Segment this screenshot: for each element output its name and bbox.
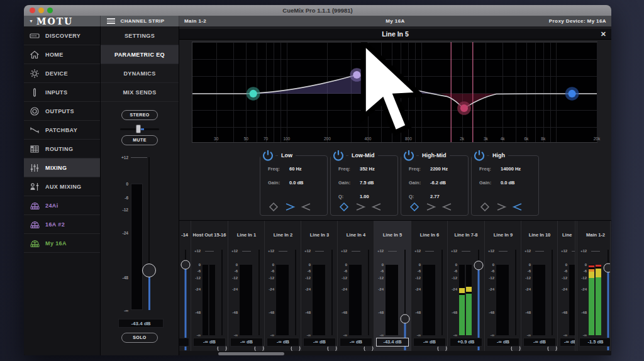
fader-value[interactable]: -∞ dB bbox=[487, 338, 519, 347]
channel-strip-line-in-1[interactable]: Line In 1 +12 0-6-12-24-48-∞ -∞ dB bbox=[228, 221, 265, 351]
high-shelf-icon[interactable] bbox=[496, 203, 507, 211]
tab-settings[interactable]: SETTINGS bbox=[101, 26, 179, 45]
stereo-button[interactable]: STEREO bbox=[121, 110, 158, 120]
band-freq-value[interactable]: 352 Hz bbox=[360, 166, 375, 172]
fader-value[interactable]: -∞ dB bbox=[523, 338, 556, 347]
power-icon[interactable] bbox=[472, 149, 487, 162]
fader-value[interactable]: -∞ dB bbox=[193, 338, 226, 347]
fader-value[interactable]: -43.4 dB bbox=[118, 319, 164, 328]
fader-knob[interactable] bbox=[474, 261, 483, 270]
mute-button[interactable]: MUTE bbox=[121, 135, 158, 145]
fader-value[interactable]: -∞ dB bbox=[413, 338, 446, 347]
bell-shape-icon[interactable] bbox=[409, 203, 420, 211]
pan-slider[interactable] bbox=[120, 125, 159, 133]
fader-value[interactable]: -∞ dB bbox=[230, 338, 263, 347]
channel-fader[interactable] bbox=[254, 250, 264, 335]
sidebar-item-patchbay[interactable]: PATCHBAY bbox=[24, 121, 100, 140]
band-q-value[interactable]: 2.77 bbox=[430, 194, 440, 199]
sidebar-device-16a-2[interactable]: 16A #2 bbox=[24, 215, 100, 234]
fader-knob[interactable] bbox=[400, 314, 409, 323]
fader-value[interactable]: -∞ dB bbox=[303, 338, 336, 347]
sidebar-item-inputs[interactable]: INPUTS bbox=[24, 83, 100, 102]
channel-fader[interactable] bbox=[364, 250, 373, 335]
channel-fader[interactable] bbox=[180, 250, 190, 335]
channel-strip-line-in-6[interactable]: Line In 6 +12 0-6-12-24-48-∞ -∞ dB bbox=[411, 221, 448, 351]
channel-strip-line[interactable]: Line +12 0-6-12-24-48-∞ -∞ dB bbox=[558, 221, 575, 351]
low-shelf-icon[interactable] bbox=[512, 203, 523, 211]
band-gain-value[interactable]: 0.0 dB bbox=[289, 180, 304, 186]
fader-value[interactable]: -43.4 dB bbox=[376, 338, 409, 347]
band-gain-value[interactable]: 7.5 dB bbox=[360, 180, 374, 186]
power-icon[interactable] bbox=[331, 149, 346, 162]
close-window-button[interactable] bbox=[30, 8, 35, 13]
zoom-window-button[interactable] bbox=[47, 8, 53, 13]
fader-knob[interactable] bbox=[180, 260, 190, 270]
channel-fader[interactable] bbox=[291, 250, 300, 335]
eq-graph[interactable]: 3050701002004008002k3k4k6k8k20k bbox=[192, 42, 597, 143]
channel-fader[interactable] bbox=[217, 250, 226, 335]
tab-parametric-eq[interactable]: PARAMETRIC EQ bbox=[101, 45, 179, 64]
channel-fader[interactable] bbox=[437, 250, 447, 335]
sidebar-item-home[interactable]: HOME bbox=[24, 45, 100, 64]
channel-fader[interactable] bbox=[547, 250, 557, 335]
fader-value[interactable]: -∞ dB bbox=[267, 338, 299, 347]
tab-mix-sends[interactable]: MIX SENDS bbox=[101, 83, 179, 102]
sidebar-item-mixing[interactable]: MIXING bbox=[24, 158, 100, 177]
sidebar-item-aux-mixing[interactable]: AUX MIXING bbox=[24, 177, 100, 196]
fader-value[interactable]: -∞ dB bbox=[340, 338, 372, 347]
channel-strip--14[interactable]: -14 +12 0-6-12-24-48-∞ -∞ dB bbox=[179, 221, 191, 351]
solo-button[interactable]: SOLO bbox=[121, 333, 158, 343]
power-icon[interactable] bbox=[260, 149, 275, 162]
channel-fader[interactable] bbox=[603, 250, 611, 335]
mixer-horizontal-scrollbar[interactable] bbox=[218, 352, 284, 355]
channel-strip-host-out-15-16[interactable]: Host Out 15-16 +12 0-6-12-24-48-∞ -∞ dB bbox=[191, 221, 228, 351]
channel-fader[interactable] bbox=[400, 250, 409, 335]
band-gain-value[interactable]: -6.2 dB bbox=[430, 180, 446, 186]
sidebar-item-routing[interactable]: ROUTING bbox=[24, 140, 100, 158]
band-q-value[interactable]: 1.00 bbox=[360, 194, 369, 199]
low-shelf-icon[interactable] bbox=[371, 203, 382, 211]
channel-strip-line-in-10[interactable]: Line In 10 +12 0-6-12-24-48-∞ -∞ dB bbox=[521, 221, 558, 351]
channel-fader[interactable] bbox=[511, 250, 520, 335]
channel-strip-line-in-7-8[interactable]: Line In 7-8 +12 0-6-12-24-48-∞ +0.9 dB bbox=[448, 221, 485, 351]
sidebar-device-24ai[interactable]: 24Ai bbox=[24, 196, 100, 215]
fader-knob[interactable] bbox=[603, 264, 611, 273]
sidebar-item-device[interactable]: DEVICE bbox=[24, 64, 100, 83]
channel-strip-line-in-4[interactable]: Line In 4 +12 0-6-12-24-48-∞ -∞ dB bbox=[338, 221, 374, 351]
channel-fader[interactable] bbox=[474, 250, 483, 335]
high-shelf-icon[interactable] bbox=[425, 203, 436, 211]
fader-value[interactable]: -∞ dB bbox=[179, 338, 189, 347]
sidebar-device-my-16a[interactable]: My 16A bbox=[24, 234, 100, 253]
fader-value[interactable]: -1.5 dB bbox=[579, 338, 611, 347]
sidebar-item-outputs[interactable]: OUTPUTS bbox=[24, 102, 100, 121]
close-icon[interactable]: ✕ bbox=[601, 29, 606, 40]
channel-strip-line-in-2[interactable]: Line In 2 +12 0-6-12-24-48-∞ -∞ dB bbox=[265, 221, 301, 351]
fader-knob[interactable] bbox=[142, 264, 156, 277]
fader-value[interactable]: -∞ dB bbox=[560, 338, 575, 347]
tab-dynamics[interactable]: DYNAMICS bbox=[101, 64, 179, 83]
band-freq-value[interactable]: 2200 Hz bbox=[430, 166, 448, 172]
menu-icon[interactable] bbox=[107, 18, 115, 24]
brand-area[interactable]: ▼ MOTU bbox=[24, 16, 101, 26]
high-shelf-icon[interactable] bbox=[284, 203, 296, 211]
band-freq-value[interactable]: 14000 Hz bbox=[501, 166, 521, 172]
sidebar-item-discovery[interactable]: DISCOVERY bbox=[24, 26, 100, 45]
bell-shape-icon[interactable] bbox=[479, 203, 491, 211]
channel-strip-line-in-9[interactable]: Line In 9 +12 0-6-12-24-48-∞ -∞ dB bbox=[485, 221, 521, 351]
bell-shape-icon[interactable] bbox=[268, 203, 279, 211]
fader-value[interactable]: +0.9 dB bbox=[450, 338, 482, 347]
channel-strip-main-1-2[interactable]: Main 1-2 +12 0-6-12-24-48-∞ -1.5 dB bbox=[577, 221, 611, 351]
band-freq-value[interactable]: 60 Hz bbox=[289, 166, 302, 172]
channel-fader[interactable] bbox=[327, 250, 336, 335]
channel-strip-line-in-3[interactable]: Line In 3 +12 0-6-12-24-48-∞ -∞ dB bbox=[301, 221, 338, 351]
bell-shape-icon[interactable] bbox=[338, 203, 350, 211]
device-name-label[interactable]: My 16A bbox=[179, 18, 611, 24]
minimize-window-button[interactable] bbox=[38, 8, 44, 13]
band-gain-value[interactable]: 0.0 dB bbox=[501, 180, 515, 186]
channel-strip-line-in-5[interactable]: Line In 5 +12 0-6-12-24-48-∞ -43.4 dB bbox=[374, 221, 411, 351]
low-shelf-icon[interactable] bbox=[441, 203, 453, 211]
high-shelf-icon[interactable] bbox=[355, 203, 366, 211]
low-shelf-icon[interactable] bbox=[301, 203, 312, 211]
pan-handle[interactable] bbox=[136, 125, 141, 133]
power-icon[interactable] bbox=[401, 149, 416, 162]
